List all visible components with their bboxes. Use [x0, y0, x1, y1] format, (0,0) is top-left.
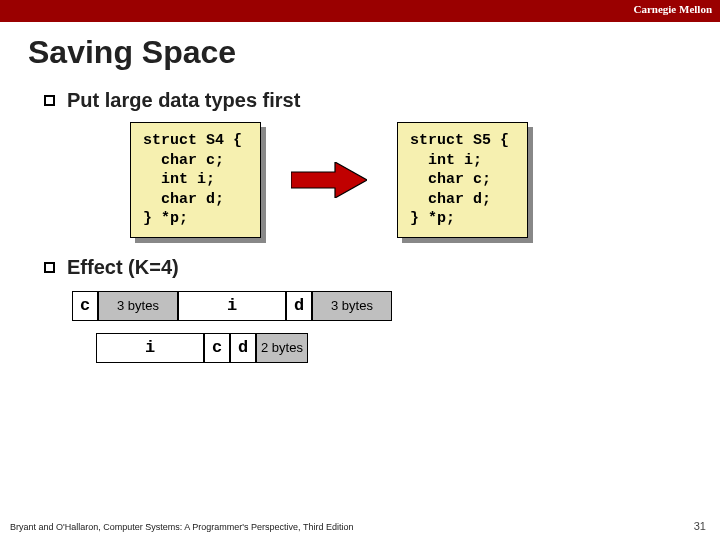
s5-pad2: 2 bytes [256, 333, 308, 363]
code-right: struct S5 { int i; char c; char d; } *p; [397, 122, 528, 238]
code-row: struct S4 { char c; int i; char d; } *p;… [130, 122, 720, 238]
header-bar: Carnegie Mellon [0, 0, 720, 22]
bullet-marker [44, 95, 55, 106]
code-left-wrap: struct S4 { char c; int i; char d; } *p; [130, 122, 261, 238]
bullet-2-text: Effect (K=4) [67, 256, 179, 279]
code-left: struct S4 { char c; int i; char d; } *p; [130, 122, 261, 238]
s4-d: d [286, 291, 312, 321]
footer-credit: Bryant and O'Hallaron, Computer Systems:… [10, 522, 353, 532]
s4-pad3a: 3 bytes [98, 291, 178, 321]
arrow-icon [289, 160, 369, 200]
s5-c: c [204, 333, 230, 363]
layout-s5: i c d 2 bytes [96, 333, 720, 363]
svg-marker-0 [291, 162, 367, 198]
s5-i: i [96, 333, 204, 363]
bullet-marker [44, 262, 55, 273]
bullet-1-text: Put large data types first [67, 89, 300, 112]
bullet-2: Effect (K=4) [44, 256, 720, 279]
university-label: Carnegie Mellon [633, 3, 712, 15]
slide-title: Saving Space [28, 34, 720, 71]
s4-c: c [72, 291, 98, 321]
layout-s4: c 3 bytes i d 3 bytes [72, 291, 720, 321]
s4-pad3b: 3 bytes [312, 291, 392, 321]
code-right-wrap: struct S5 { int i; char c; char d; } *p; [397, 122, 528, 238]
page-number: 31 [694, 520, 706, 532]
bullet-1: Put large data types first [44, 89, 720, 112]
s4-i: i [178, 291, 286, 321]
s5-d: d [230, 333, 256, 363]
